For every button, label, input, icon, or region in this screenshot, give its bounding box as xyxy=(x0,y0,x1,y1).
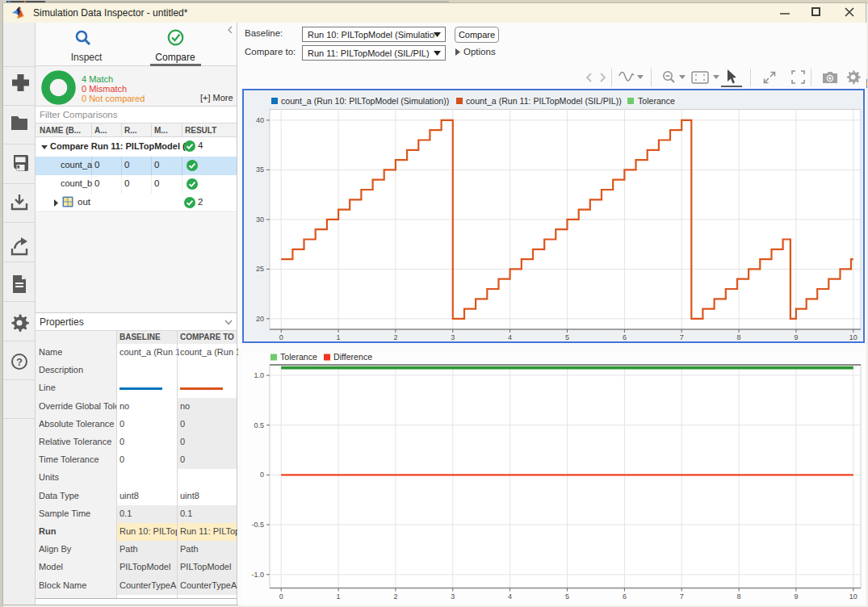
svg-text:30: 30 xyxy=(256,216,264,224)
svg-text:1: 1 xyxy=(337,592,341,601)
svg-text:9: 9 xyxy=(794,592,798,601)
svg-text:9: 9 xyxy=(794,333,798,341)
svg-text:6: 6 xyxy=(623,592,627,601)
svg-text:8: 8 xyxy=(737,333,741,341)
svg-text:4: 4 xyxy=(508,592,512,601)
svg-text:-1.0: -1.0 xyxy=(251,571,264,579)
svg-text:3: 3 xyxy=(451,592,455,601)
svg-text:0: 0 xyxy=(279,333,283,341)
svg-text:4: 4 xyxy=(508,333,512,341)
svg-text:40: 40 xyxy=(256,116,264,124)
svg-text:1.0: 1.0 xyxy=(254,371,264,379)
svg-text:20: 20 xyxy=(256,315,264,323)
svg-text:count_a (Run 10: PILTopModel (: count_a (Run 10: PILTopModel (Simulation… xyxy=(281,96,449,106)
svg-text:2: 2 xyxy=(393,333,397,341)
svg-text:7: 7 xyxy=(680,333,684,341)
svg-text:10: 10 xyxy=(849,333,858,341)
svg-text:1: 1 xyxy=(337,333,341,341)
svg-text:Difference: Difference xyxy=(333,353,372,362)
svg-text:-0.5: -0.5 xyxy=(251,521,264,529)
svg-text:35: 35 xyxy=(256,165,264,174)
svg-text:2: 2 xyxy=(393,592,397,601)
svg-text:Tolerance: Tolerance xyxy=(638,96,675,106)
svg-text:3: 3 xyxy=(451,333,455,341)
svg-text:count_a (Run 11: PILTopModel (: count_a (Run 11: PILTopModel (SIL/PIL)) xyxy=(466,96,622,106)
svg-text:8: 8 xyxy=(737,592,741,601)
svg-text:10: 10 xyxy=(849,592,858,601)
svg-text:25: 25 xyxy=(256,265,264,273)
svg-text:?: ? xyxy=(16,356,23,368)
svg-text:5: 5 xyxy=(565,592,569,601)
svg-text:0.5: 0.5 xyxy=(254,421,264,429)
svg-text:Tolerance: Tolerance xyxy=(280,353,317,362)
svg-text:7: 7 xyxy=(680,592,684,601)
svg-text:0: 0 xyxy=(279,592,283,601)
svg-text:6: 6 xyxy=(623,333,627,341)
svg-text:0: 0 xyxy=(260,471,264,479)
svg-text:5: 5 xyxy=(565,333,569,341)
